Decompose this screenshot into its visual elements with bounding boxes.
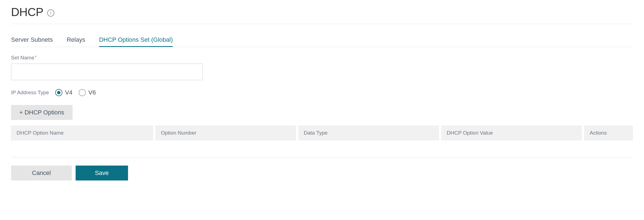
dhcp-options-table: DHCP Option Name Option Number Data Type… bbox=[11, 125, 633, 157]
tab-label: Server Subnets bbox=[11, 36, 53, 43]
radio-v6-label: V6 bbox=[89, 89, 96, 96]
th-option-value: DHCP Option Value bbox=[441, 125, 582, 140]
save-button[interactable]: Save bbox=[76, 166, 128, 180]
th-data-type: Data Type bbox=[298, 125, 439, 140]
radio-icon-checked bbox=[55, 89, 62, 96]
info-icon[interactable]: i bbox=[47, 9, 54, 17]
add-dhcp-options-button[interactable]: + DHCP Options bbox=[11, 105, 73, 120]
radio-icon-unchecked bbox=[79, 89, 86, 96]
table-header-row: DHCP Option Name Option Number Data Type… bbox=[11, 125, 633, 140]
radio-v4-label: V4 bbox=[65, 89, 73, 96]
footer-buttons: Cancel Save bbox=[11, 166, 633, 180]
cancel-button[interactable]: Cancel bbox=[11, 166, 72, 180]
set-name-label: Set Name bbox=[11, 55, 34, 61]
required-asterisk: * bbox=[35, 55, 36, 59]
page-header: DHCP i bbox=[11, 6, 633, 24]
tab-label: Relays bbox=[67, 36, 85, 43]
set-name-input[interactable] bbox=[11, 64, 203, 80]
form-area: Set Name* IP Address Type V4 V6 + DHCP O… bbox=[11, 55, 633, 180]
set-name-field-group: Set Name* bbox=[11, 55, 633, 80]
th-option-number: Option Number bbox=[155, 125, 296, 140]
th-actions: Actions bbox=[584, 125, 633, 140]
tab-relays[interactable]: Relays bbox=[67, 36, 85, 47]
radio-v6[interactable]: V6 bbox=[79, 89, 96, 96]
tab-server-subnets[interactable]: Server Subnets bbox=[11, 36, 53, 47]
tab-label: DHCP Options Set (Global) bbox=[99, 36, 173, 43]
radio-v4[interactable]: V4 bbox=[55, 89, 73, 96]
tab-dhcp-options-global[interactable]: DHCP Options Set (Global) bbox=[99, 36, 173, 47]
page-title: DHCP bbox=[11, 6, 43, 19]
th-option-name: DHCP Option Name bbox=[11, 125, 153, 140]
tabs: Server Subnets Relays DHCP Options Set (… bbox=[11, 36, 633, 47]
ip-address-type-group: IP Address Type V4 V6 bbox=[11, 89, 633, 96]
ip-type-label: IP Address Type bbox=[11, 90, 49, 96]
